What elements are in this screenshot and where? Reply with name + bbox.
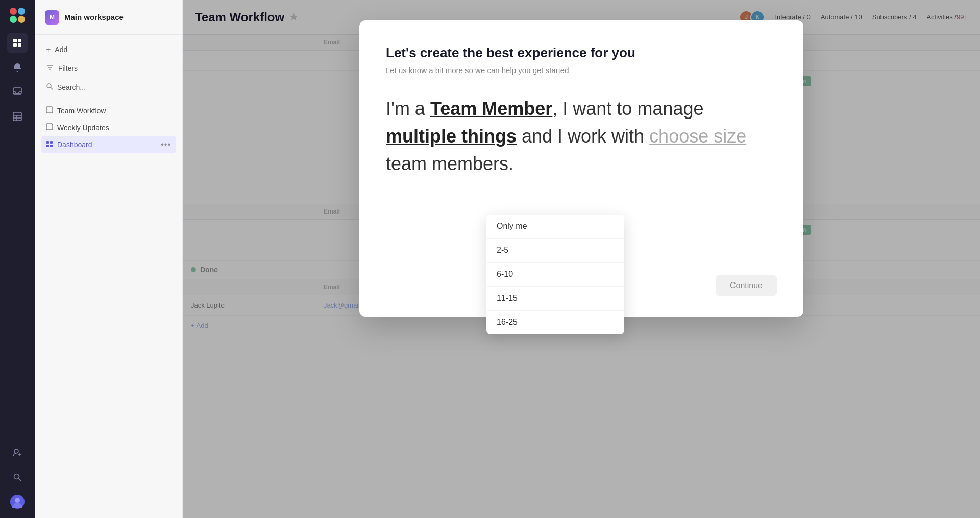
svg-rect-9 — [13, 112, 21, 121]
app-logo[interactable] — [8, 6, 27, 25]
nav-item-weekly-updates[interactable]: Weekly Updates — [41, 119, 176, 136]
svg-rect-4 — [13, 39, 17, 42]
modal-title: Let's create the best experience for you — [386, 45, 777, 61]
svg-rect-26 — [46, 124, 53, 130]
bell-nav-icon[interactable] — [7, 57, 28, 78]
nav-item-dashboard-icon — [46, 140, 53, 149]
svg-rect-25 — [46, 107, 53, 113]
nav-item-team-workflow-icon — [46, 106, 53, 115]
modal-overlay[interactable]: Let's create the best experience for you… — [183, 0, 980, 518]
nav-item-dashboard-label: Dashboard — [57, 140, 92, 149]
add-label: Add — [55, 45, 67, 54]
nav-item-team-workflow-label: Team Workflow — [57, 107, 106, 115]
left-nav: M Main workspace + Add Filters — [35, 0, 183, 518]
add-action[interactable]: + Add — [41, 41, 176, 58]
svg-point-1 — [18, 8, 25, 15]
svg-rect-6 — [13, 43, 17, 47]
svg-point-0 — [10, 8, 17, 15]
nav-item-dashboard-dots[interactable]: ••• — [161, 140, 171, 149]
dropdown-item-16-25[interactable]: 16-25 — [486, 311, 624, 334]
table-nav-icon[interactable] — [7, 106, 28, 127]
filters-label: Filters — [58, 64, 78, 73]
svg-rect-27 — [46, 141, 49, 144]
search-action[interactable]: Search... — [41, 79, 176, 96]
svg-rect-8 — [13, 88, 21, 94]
nav-section: Team Workflow Weekly Updates Dashboard •… — [35, 102, 182, 153]
svg-point-19 — [15, 498, 20, 503]
size-dropdown-trigger[interactable]: choose size — [649, 126, 746, 147]
modal-subtitle: Let us know a bit more so we can help yo… — [386, 66, 777, 75]
role-text[interactable]: Team Member — [430, 98, 552, 119]
nav-item-dashboard[interactable]: Dashboard ••• — [41, 136, 176, 153]
inbox-nav-icon[interactable] — [7, 82, 28, 102]
add-icon: + — [46, 45, 51, 54]
svg-point-3 — [18, 16, 25, 23]
sidebar-bottom — [7, 442, 28, 512]
size-dropdown: Only me 2-5 6-10 11-15 16-25 — [486, 215, 624, 334]
dropdown-item-2-5[interactable]: 2-5 — [486, 239, 624, 263]
svg-line-17 — [19, 479, 21, 481]
continue-button[interactable]: Continue — [716, 275, 777, 296]
dropdown-item-11-15[interactable]: 11-15 — [486, 287, 624, 311]
sidebar — [0, 0, 35, 518]
nav-item-team-workflow[interactable]: Team Workflow — [41, 102, 176, 119]
nav-item-weekly-updates-icon — [46, 123, 53, 132]
svg-point-2 — [10, 16, 17, 23]
add-user-nav-icon[interactable] — [7, 442, 28, 463]
sentence-part3: and I work with — [517, 126, 649, 147]
main-content: Team Workflow ★ J K Integrate / 0 Automa… — [183, 0, 980, 518]
sentence-part1: I'm a — [386, 98, 430, 119]
svg-rect-7 — [18, 43, 21, 47]
filters-icon — [46, 63, 54, 74]
svg-rect-30 — [50, 145, 53, 147]
dropdown-item-6-10[interactable]: 6-10 — [486, 263, 624, 287]
sentence-part2: , I want to manage — [552, 98, 703, 119]
sentence-part4: team members. — [386, 153, 513, 174]
workspace-header[interactable]: M Main workspace — [35, 0, 182, 35]
svg-rect-5 — [18, 39, 21, 42]
nav-item-weekly-updates-label: Weekly Updates — [57, 124, 109, 132]
nav-actions: + Add Filters Search... — [35, 35, 182, 96]
search-action-icon — [46, 83, 53, 92]
manage-word[interactable]: multiple things — [386, 126, 517, 147]
svg-rect-29 — [46, 145, 49, 147]
dropdown-item-only-me[interactable]: Only me — [486, 215, 624, 239]
svg-rect-28 — [50, 141, 53, 144]
filters-action[interactable]: Filters — [41, 59, 176, 78]
user-nav-icon[interactable] — [7, 491, 28, 512]
svg-line-24 — [51, 87, 53, 89]
grid-nav-icon[interactable] — [7, 33, 28, 53]
search-nav-icon[interactable] — [7, 467, 28, 487]
svg-point-13 — [14, 449, 18, 453]
modal-sentence: I'm a Team Member, I want to manage mult… — [386, 95, 777, 178]
workspace-name: Main workspace — [64, 13, 124, 21]
workspace-avatar: M — [45, 10, 59, 25]
search-label: Search... — [57, 83, 86, 91]
